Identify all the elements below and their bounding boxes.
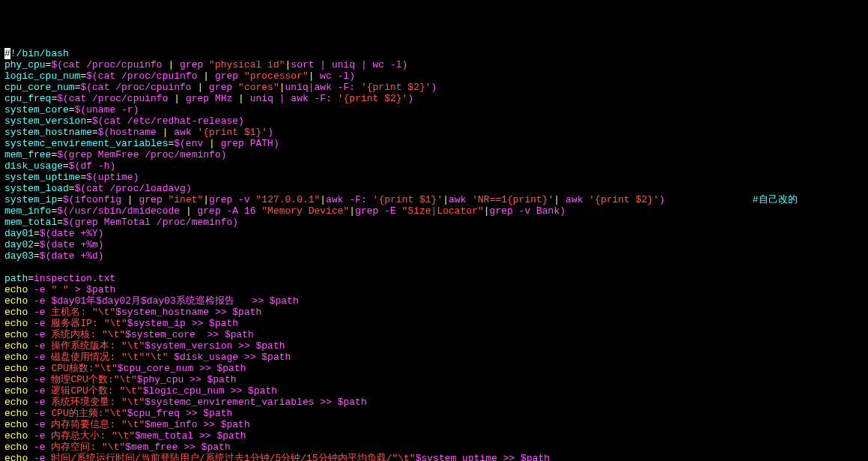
code-line: system_ip=$(ifconfig | grep "inet"|grep … xyxy=(4,194,798,205)
code-line: systemc_envirement_variables=$(env | gre… xyxy=(4,138,279,149)
code-line: echo -e 服务器IP: "\t"$system_ip >> $path xyxy=(4,318,238,329)
code-line: system_load=$(cat /proc/loadavg) xyxy=(4,183,192,194)
code-line: day02=$(date +%m) xyxy=(4,239,104,250)
code-line: cpu_core_num=$(cat /proc/cpuinfo | grep … xyxy=(4,82,437,93)
code-line: phy_cpu=$(cat /proc/cpuinfo | grep "phys… xyxy=(4,59,407,70)
code-line: system_core=$(uname -r) xyxy=(4,104,139,115)
code-line: echo -e $day01年$day02月$day03系统巡检报告 >> $p… xyxy=(4,295,299,307)
code-line: mem_free=$(grep MemFree /proc/meminfo) xyxy=(4,149,227,160)
code-line: mem_info=$(/usr/sbin/dmidecode | grep -A… xyxy=(4,205,565,217)
code-line: mem_total=$(grep MemTotal /proc/meminfo) xyxy=(4,217,238,228)
code-line: echo -e 磁盘使用情况: "\t""\t" $disk_usage >> … xyxy=(4,352,291,363)
code-line: day03=$(date +%d) xyxy=(4,250,104,262)
code-line: echo -e CPU核数:"\t"$cpu_core_num >> $path xyxy=(4,363,246,374)
code-line: echo -e 内存总大小: "\t"$mem_total >> $path xyxy=(4,430,246,442)
code-line: echo -e 操作系统版本: "\t"$system_version >> $… xyxy=(4,340,285,352)
code-line: echo -e 内存简要信息: "\t"$mem_info >> $path xyxy=(4,419,250,430)
code-line: system_version=$(cat /etc/redhat-release… xyxy=(4,115,244,127)
code-line: echo -e CPU的主频:"\t"$cpu_freq >> $path xyxy=(4,408,232,419)
code-line: #!/bin/bash xyxy=(4,48,69,59)
code-line: path=inspection.txt xyxy=(4,273,115,284)
terminal-editor[interactable]: #!/bin/bash phy_cpu=$(cat /proc/cpuinfo … xyxy=(4,48,864,461)
code-line: system_uptime=$(uptime) xyxy=(4,172,139,183)
code-line: echo -e 系统环境变量: "\t"$systemc_envirement_… xyxy=(4,397,367,408)
code-line: echo -e " " > $path xyxy=(4,284,115,295)
code-line: echo -e 系统内核: "\t"$system_core >> $path xyxy=(4,329,254,340)
code-line: disk_usage=$(df -h) xyxy=(4,160,115,172)
code-line: system_hostname=$(hostname | awk '{print… xyxy=(4,127,273,138)
code-line: echo -e 内存空间: "\t"$mem_free >> $path xyxy=(4,442,231,453)
code-line: echo -e 时间/系统运行时间/当前登陆用户/系统过去1分钟/5分钟/15分… xyxy=(4,453,550,461)
code-line: cpu_freq=$(cat /proc/cpuinfo | grep MHz … xyxy=(4,93,413,104)
code-line: echo -e 主机名: "\t"$system_hostname >> $pa… xyxy=(4,307,261,318)
code-line: day01=$(date +%Y) xyxy=(4,228,104,239)
code-line: logic_cpu_num=$(cat /proc/cpuinfo | grep… xyxy=(4,70,355,82)
code-line: echo -e 物理CPU个数:"\t"$phy_cpu >> $path xyxy=(4,374,237,385)
code-line: echo -e 逻辑CPU个数: "\t"$logic_cpu_num >> $… xyxy=(4,385,277,397)
